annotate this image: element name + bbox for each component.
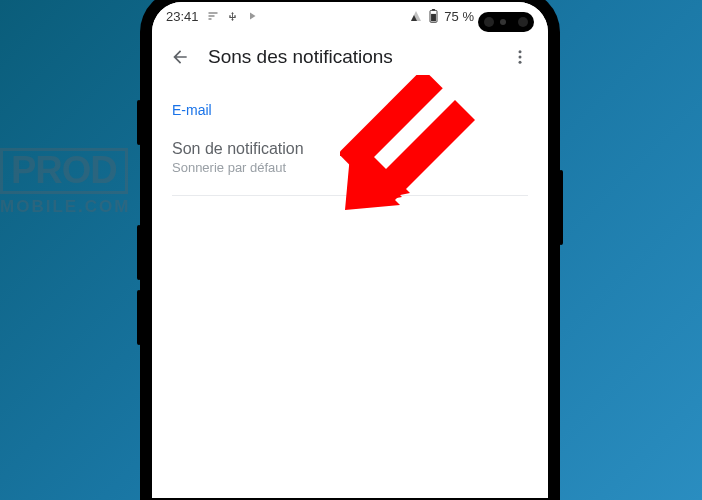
phone-frame: 23:41 75 %	[140, 0, 560, 500]
arrow-back-icon	[170, 47, 190, 67]
camera-cutout	[478, 12, 534, 32]
setting-subtitle: Sonnerie par défaut	[172, 160, 528, 175]
play-store-icon	[246, 10, 258, 22]
svg-rect-1	[432, 9, 435, 10]
phone-side-button	[137, 225, 141, 280]
usb-icon	[227, 11, 238, 22]
phone-screen: 23:41 75 %	[152, 2, 548, 498]
back-button[interactable]	[160, 37, 200, 77]
divider	[172, 195, 528, 196]
svg-point-4	[519, 56, 522, 59]
watermark-overlay: PROD MOBILE.COM	[0, 148, 131, 217]
section-label-email: E-mail	[172, 102, 528, 118]
setting-title: Son de notification	[172, 140, 528, 158]
more-vert-icon	[511, 48, 529, 66]
svg-point-3	[519, 50, 522, 53]
phone-side-button	[559, 170, 563, 245]
app-bar: Sons des notifications	[152, 30, 548, 84]
status-time: 23:41	[166, 9, 199, 24]
svg-point-5	[519, 61, 522, 64]
svg-rect-2	[431, 14, 436, 21]
phone-side-button	[137, 290, 141, 345]
phone-side-button	[137, 100, 141, 145]
battery-icon	[429, 9, 438, 23]
page-title: Sons des notifications	[208, 46, 500, 68]
signal-icon	[409, 10, 423, 22]
watermark-sub: MOBILE.COM	[0, 197, 131, 217]
watermark-main: PROD	[0, 148, 128, 194]
status-battery-text: 75 %	[444, 9, 474, 24]
notification-sound-setting[interactable]: Son de notification Sonnerie par défaut	[172, 140, 528, 191]
content-area: E-mail Son de notification Sonnerie par …	[152, 84, 548, 196]
more-options-button[interactable]	[500, 37, 540, 77]
settings-toggle-icon	[207, 10, 219, 22]
